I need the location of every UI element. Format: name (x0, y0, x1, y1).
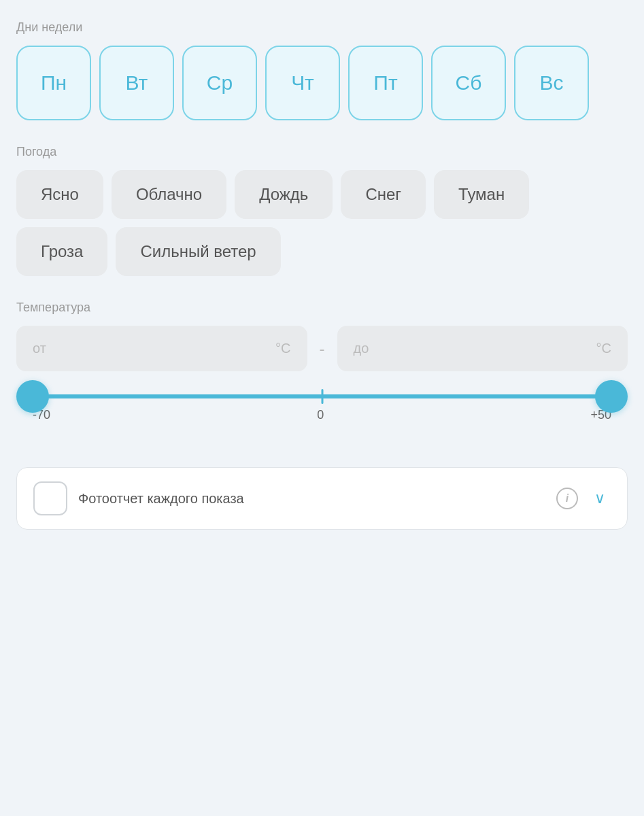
day-btn-thu[interactable]: Чт (265, 46, 340, 120)
chevron-symbol: ∨ (594, 490, 605, 507)
photo-section: Фотоотчет каждого показа i ∨ (16, 467, 628, 530)
weather-btn-cloudy[interactable]: Облачно (112, 170, 226, 219)
weather-btn-fog[interactable]: Туман (434, 170, 529, 219)
info-icon-symbol: i (566, 492, 569, 505)
weather-btn-thunder[interactable]: Гроза (16, 227, 107, 276)
temp-separator: - (307, 339, 337, 358)
day-btn-tue[interactable]: Вт (99, 46, 174, 120)
weather-btn-snow[interactable]: Снег (341, 170, 426, 219)
slider-thumb-left[interactable] (16, 380, 49, 413)
day-btn-wed[interactable]: Ср (182, 46, 257, 120)
weather-btn-sunny[interactable]: Ясно (16, 170, 103, 219)
temp-from-box: от °С (16, 326, 307, 371)
days-section: Дни недели Пн Вт Ср Чт Пт Сб Вс (16, 20, 628, 120)
slider-track (33, 394, 611, 398)
days-section-label: Дни недели (16, 20, 628, 35)
photo-checkbox[interactable] (33, 481, 67, 515)
temp-slider-wrapper: -70 0 +50 (33, 388, 611, 443)
temp-inputs: от °С - до °С (16, 326, 628, 371)
weather-btn-strong-wind[interactable]: Сильный ветер (116, 227, 280, 276)
slider-thumb-right[interactable] (595, 380, 628, 413)
slider-center-label: 0 (317, 408, 324, 422)
weather-btn-rain[interactable]: Дождь (235, 170, 333, 219)
temp-to-box: до °С (337, 326, 628, 371)
temp-to-unit: °С (596, 341, 611, 356)
temp-from-unit: °С (275, 341, 290, 356)
temp-section-label: Температура (16, 301, 628, 315)
day-btn-fri[interactable]: Пт (348, 46, 423, 120)
temp-from-label: от (33, 341, 46, 356)
temp-section: Температура от °С - до °С -70 0 +50 (16, 301, 628, 443)
temp-slider-container: -70 0 +50 (33, 388, 611, 443)
photo-label: Фотоотчет каждого показа (78, 491, 545, 507)
weather-section: Погода Ясно Облачно Дождь Снег Туман Гро… (16, 145, 628, 276)
day-btn-sat[interactable]: Сб (431, 46, 506, 120)
temp-to-label: до (354, 341, 369, 356)
day-btn-mon[interactable]: Пн (16, 46, 91, 120)
day-btn-sun[interactable]: Вс (514, 46, 589, 120)
info-icon[interactable]: i (556, 488, 578, 509)
weather-section-label: Погода (16, 145, 628, 159)
slider-labels: -70 0 +50 (33, 408, 611, 422)
slider-center-mark (321, 389, 323, 404)
chevron-down-icon[interactable]: ∨ (589, 488, 611, 509)
days-grid: Пн Вт Ср Чт Пт Сб Вс (16, 46, 628, 120)
weather-grid: Ясно Облачно Дождь Снег Туман Гроза Силь… (16, 170, 628, 276)
